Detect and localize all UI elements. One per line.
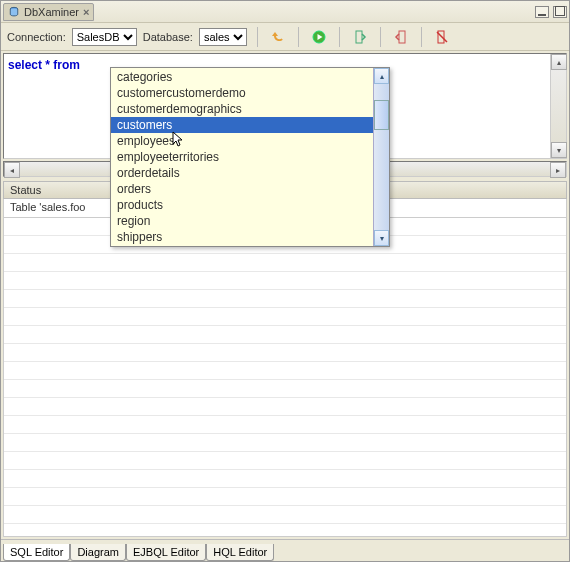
sql-editor[interactable]: select * from ▴ ▾ categoriescustomercust…	[3, 53, 567, 159]
separator	[339, 27, 340, 47]
editor-vscroll[interactable]: ▴ ▾	[550, 54, 566, 158]
database-label: Database:	[143, 31, 193, 43]
autocomplete-item[interactable]: customers	[111, 117, 373, 133]
scroll-right-icon[interactable]: ▸	[550, 162, 566, 178]
autocomplete-popup[interactable]: categoriescustomercustomerdemocustomerde…	[110, 67, 390, 247]
autocomplete-item[interactable]: customerdemographics	[111, 101, 373, 117]
run-button[interactable]	[309, 27, 329, 47]
separator	[380, 27, 381, 47]
stop-icon	[434, 29, 450, 45]
refresh-icon	[270, 29, 286, 45]
autocomplete-item[interactable]: customercustomerdemo	[111, 85, 373, 101]
connection-label: Connection:	[7, 31, 66, 43]
view-tab[interactable]: DbXaminer ×	[3, 3, 94, 21]
autocomplete-item[interactable]: shippers	[111, 229, 373, 245]
separator	[298, 27, 299, 47]
bottom-tabs: SQL EditorDiagramEJBQL EditorHQL Editor	[1, 539, 569, 561]
rollback-button[interactable]	[391, 27, 411, 47]
db-icon	[8, 6, 20, 18]
svg-rect-2	[356, 31, 362, 43]
close-tab-icon[interactable]: ×	[83, 6, 89, 18]
commit-icon	[352, 29, 368, 45]
connection-select[interactable]: SalesDB	[72, 28, 137, 46]
stop-button[interactable]	[432, 27, 452, 47]
autocomplete-item[interactable]: employeeterritories	[111, 149, 373, 165]
minimize-button[interactable]	[535, 6, 549, 18]
view-tab-label: DbXaminer	[24, 6, 79, 18]
autocomplete-item[interactable]: categories	[111, 69, 373, 85]
scroll-down-icon[interactable]: ▾	[551, 142, 567, 158]
autocomplete-scrollbar[interactable]: ▴ ▾	[373, 68, 389, 246]
commit-button[interactable]	[350, 27, 370, 47]
autocomplete-item[interactable]: products	[111, 197, 373, 213]
separator	[257, 27, 258, 47]
autocomplete-item[interactable]: region	[111, 213, 373, 229]
bottom-tab[interactable]: SQL Editor	[3, 544, 70, 561]
results-grid[interactable]	[3, 217, 567, 537]
maximize-button[interactable]	[553, 6, 567, 18]
autocomplete-item[interactable]: orders	[111, 181, 373, 197]
refresh-button[interactable]	[268, 27, 288, 47]
separator	[421, 27, 422, 47]
rollback-icon	[393, 29, 409, 45]
toolbar: Connection: SalesDB Database: sales	[1, 23, 569, 51]
titlebar: DbXaminer ×	[1, 1, 569, 23]
scroll-thumb[interactable]	[374, 100, 389, 130]
bottom-tab[interactable]: EJBQL Editor	[126, 544, 206, 561]
svg-rect-3	[399, 31, 405, 43]
scroll-up-icon[interactable]: ▴	[374, 68, 389, 84]
bottom-tab[interactable]: HQL Editor	[206, 544, 274, 561]
scroll-left-icon[interactable]: ◂	[4, 162, 20, 178]
autocomplete-item[interactable]: orderdetails	[111, 165, 373, 181]
scroll-up-icon[interactable]: ▴	[551, 54, 567, 70]
autocomplete-item[interactable]: employees	[111, 133, 373, 149]
play-icon	[311, 29, 327, 45]
bottom-tab[interactable]: Diagram	[70, 544, 126, 561]
scroll-down-icon[interactable]: ▾	[374, 230, 389, 246]
database-select[interactable]: sales	[199, 28, 247, 46]
